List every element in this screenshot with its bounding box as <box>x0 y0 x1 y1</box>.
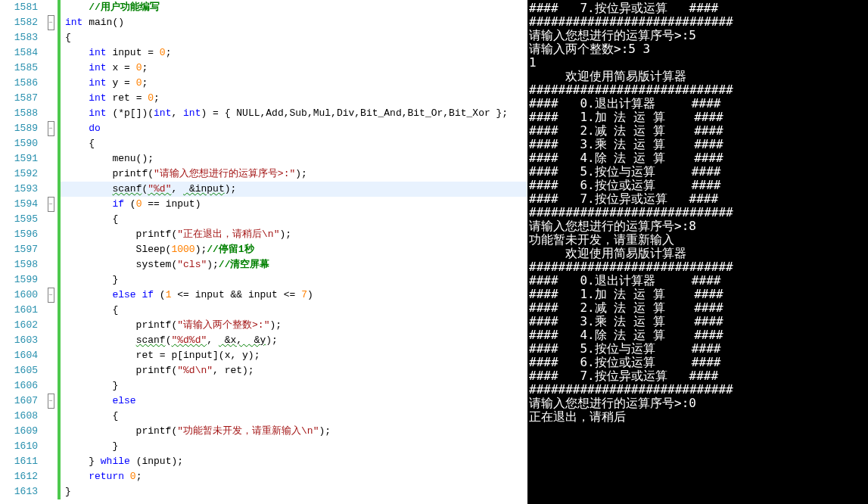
code-token: &input <box>183 183 225 194</box>
code-token: ) = { NULL,Add,Sub,Mul,Div,Bit_And,Bit_O… <box>201 107 508 119</box>
fold-toggle-icon[interactable]: − <box>48 288 54 303</box>
line-number: 1594 <box>0 197 38 212</box>
code-token: return <box>89 471 124 482</box>
code-token <box>65 47 89 58</box>
line-number: 1604 <box>0 348 38 363</box>
code-line[interactable]: int ret = 0; <box>61 91 527 106</box>
line-number: 1601 <box>0 303 38 318</box>
code-line[interactable]: { <box>61 30 527 45</box>
code-token: (*p[])( <box>107 107 154 119</box>
code-token: printf( <box>65 425 177 437</box>
code-line[interactable]: { <box>61 212 527 227</box>
code-line[interactable]: { <box>61 303 527 318</box>
console-line: ############################ <box>529 206 866 219</box>
code-token: printf( <box>65 365 177 376</box>
line-number: 1595 <box>0 212 38 227</box>
code-token: ); <box>266 334 278 346</box>
code-token: int <box>89 62 106 73</box>
code-line[interactable]: else <box>61 394 527 409</box>
fold-cell <box>44 318 58 333</box>
code-line[interactable]: ret = p[input](x, y); <box>61 348 527 363</box>
code-line[interactable]: //用户功能编写 <box>61 0 527 15</box>
fold-cell: − <box>44 394 58 409</box>
console-line: #### 6.按位或运算 #### <box>529 356 866 369</box>
code-token <box>65 198 112 210</box>
code-line[interactable]: scanf("%d%d", &x, &y); <box>61 333 527 348</box>
code-token: scanf <box>136 334 166 346</box>
code-line[interactable]: int y = 0; <box>61 76 527 91</box>
fold-column[interactable]: −−−−− <box>44 0 58 504</box>
console-line: ############################ <box>529 260 866 274</box>
code-line[interactable]: } while (input); <box>61 454 527 469</box>
code-line[interactable]: int (*p[])(int, int) = { NULL,Add,Sub,Mu… <box>61 106 527 121</box>
code-line[interactable]: } <box>61 378 527 394</box>
code-line[interactable]: printf("%d\n", ret); <box>61 363 527 378</box>
code-token: //用户功能编写 <box>89 2 160 13</box>
code-line[interactable]: { <box>61 409 527 424</box>
code-token: ); <box>319 425 331 437</box>
line-number: 1597 <box>0 242 38 257</box>
code-line[interactable]: } <box>61 484 527 499</box>
code-area[interactable]: //用户功能编写int main(){ int input = 0; int x… <box>61 0 527 504</box>
code-line[interactable]: } <box>61 272 527 288</box>
code-token: ); <box>195 244 207 255</box>
code-token: //清空屏幕 <box>219 259 270 270</box>
line-number: 1593 <box>0 182 38 197</box>
code-line[interactable]: int main() <box>61 15 527 30</box>
code-token: { <box>65 410 118 422</box>
console-line: #### 0.退出计算器 #### <box>529 274 866 288</box>
code-token: } <box>65 380 118 391</box>
code-token <box>65 471 89 482</box>
code-token: "请输入您想进行的运算序号>:" <box>154 168 295 179</box>
code-token: , <box>171 107 183 119</box>
code-line[interactable]: return 0; <box>61 469 527 484</box>
code-token: { <box>65 304 118 316</box>
fold-toggle-icon[interactable]: − <box>48 394 54 409</box>
code-line[interactable]: printf("功能暂未开发，请重新输入\n"); <box>61 424 527 439</box>
code-line[interactable]: system("cls");//清空屏幕 <box>61 257 527 272</box>
fold-cell <box>44 61 58 76</box>
code-token: input = <box>107 47 160 58</box>
code-token: , <box>171 183 183 194</box>
code-token <box>124 471 130 482</box>
line-number: 1583 <box>0 30 38 45</box>
code-token: ); <box>295 168 307 179</box>
code-line[interactable]: printf("请输入两个整数>:"); <box>61 318 527 333</box>
code-token: ; <box>154 92 160 104</box>
code-token <box>65 62 89 73</box>
code-line[interactable]: printf("请输入您想进行的运算序号>:"); <box>61 166 527 182</box>
line-number: 1582 <box>0 15 38 30</box>
code-line[interactable]: menu(); <box>61 151 527 166</box>
code-token: int <box>89 107 106 119</box>
code-line[interactable]: do <box>61 121 527 136</box>
code-line[interactable]: int x = 0; <box>61 61 527 76</box>
console-line: 功能暂未开发，请重新输入 <box>529 233 866 247</box>
console-line: 请输入您想进行的运算序号>:8 <box>529 219 866 233</box>
line-number: 1606 <box>0 378 38 394</box>
code-line[interactable]: if (0 == input) <box>61 197 527 212</box>
code-token: int <box>89 92 106 104</box>
code-token: } <box>65 486 71 497</box>
fold-toggle-icon[interactable]: − <box>48 15 54 30</box>
console-line: 欢迎使用简易版计算器 <box>529 70 866 83</box>
console-line: #### 7.按位异或运算 #### <box>529 2 866 15</box>
fold-cell <box>44 106 58 121</box>
fold-toggle-icon[interactable]: − <box>48 197 54 212</box>
line-number: 1598 <box>0 257 38 272</box>
code-line[interactable]: { <box>61 136 527 151</box>
code-line[interactable]: } <box>61 439 527 454</box>
console-line: ############################ <box>529 83 866 97</box>
fold-cell <box>44 227 58 242</box>
console-line: #### 5.按位与运算 #### <box>529 342 866 356</box>
code-line[interactable]: scanf("%d", &input); <box>61 182 527 197</box>
code-line[interactable]: Sleep(1000);//停留1秒 <box>61 242 527 257</box>
code-line[interactable]: printf("正在退出，请稍后\n"); <box>61 227 527 242</box>
line-number: 1596 <box>0 227 38 242</box>
code-line[interactable]: else if (1 <= input && input <= 7) <box>61 288 527 303</box>
fold-cell <box>44 166 58 182</box>
code-line[interactable]: int input = 0; <box>61 45 527 61</box>
code-token: 0 <box>160 47 166 58</box>
code-editor[interactable]: 1581158215831584158515861587158815891590… <box>0 0 527 504</box>
code-token: ) <box>307 289 313 300</box>
fold-toggle-icon[interactable]: − <box>48 121 54 136</box>
